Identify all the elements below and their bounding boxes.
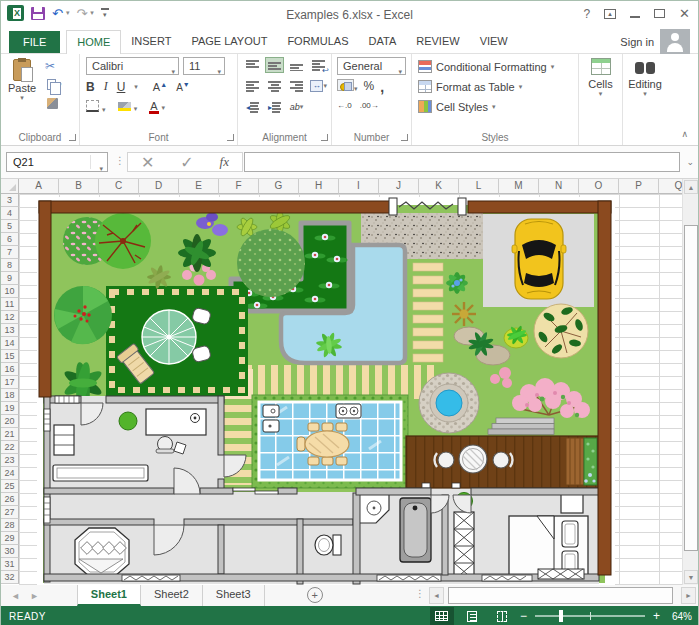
column-header-L[interactable]: L	[459, 179, 499, 194]
increase-indent-button[interactable]: ▸	[265, 99, 284, 115]
formula-input[interactable]	[244, 152, 680, 172]
row-header-16[interactable]: 16	[1, 363, 19, 376]
new-sheet-button[interactable]: +	[307, 587, 323, 603]
column-header-F[interactable]: F	[219, 179, 259, 194]
insert-function-icon[interactable]: fx	[220, 154, 229, 170]
wrap-text-button[interactable]: ↩	[309, 57, 328, 73]
maximize-icon[interactable]	[654, 9, 665, 18]
zoom-slider[interactable]	[535, 615, 645, 617]
row-header-29[interactable]: 29	[1, 532, 19, 545]
decrease-indent-button[interactable]: ◂	[243, 99, 262, 115]
alignment-dialog-launcher-icon[interactable]	[321, 134, 328, 141]
row-header-5[interactable]: 5	[1, 220, 19, 233]
zoom-in-button[interactable]: +	[653, 610, 660, 622]
scroll-left-icon[interactable]: ◄	[429, 587, 444, 604]
column-header-P[interactable]: P	[619, 179, 659, 194]
underline-dropdown-icon[interactable]: ▾	[134, 83, 138, 91]
row-header-19[interactable]: 19	[1, 402, 19, 415]
underline-button[interactable]: U	[117, 80, 126, 94]
sign-in-link[interactable]: Sign in	[620, 36, 654, 48]
conditional-formatting-button[interactable]: Conditional Formatting▾	[418, 58, 554, 75]
borders-button[interactable]: ▾	[86, 100, 106, 114]
bold-button[interactable]: B	[86, 80, 95, 94]
row-header-27[interactable]: 27	[1, 506, 19, 519]
horizontal-scrollbar-thumb[interactable]	[448, 587, 673, 604]
collapse-ribbon-icon[interactable]: ∧	[681, 129, 688, 139]
avatar[interactable]	[660, 29, 690, 54]
column-header-D[interactable]: D	[139, 179, 179, 194]
row-header-9[interactable]: 9	[1, 272, 19, 285]
row-header-11[interactable]: 11	[1, 298, 19, 311]
increase-font-size-button[interactable]: A▲	[153, 81, 167, 93]
row-header-12[interactable]: 12	[1, 311, 19, 324]
minimize-icon[interactable]	[630, 9, 640, 18]
column-header-A[interactable]: A	[19, 179, 59, 194]
align-right-button[interactable]	[287, 78, 306, 94]
select-all-corner[interactable]	[1, 179, 19, 194]
ribbon-tab-view[interactable]: VIEW	[470, 30, 518, 53]
row-header-28[interactable]: 28	[1, 519, 19, 532]
decrease-decimal-button[interactable]: .00→	[360, 101, 379, 110]
row-header-18[interactable]: 18	[1, 389, 19, 402]
sheet-nav-right-icon[interactable]: ►	[30, 591, 39, 601]
row-header-7[interactable]: 7	[1, 246, 19, 259]
column-header-O[interactable]: O	[579, 179, 619, 194]
column-header-N[interactable]: N	[539, 179, 579, 194]
percent-style-button[interactable]: %	[364, 79, 375, 95]
cell-styles-button[interactable]: Cell Styles▾	[418, 98, 495, 115]
garden-floor-plan-drawing[interactable]	[37, 197, 615, 585]
increase-decimal-button[interactable]: ←.0	[337, 101, 352, 110]
row-header-31[interactable]: 31	[1, 558, 19, 571]
align-left-button[interactable]	[243, 78, 262, 94]
row-header-17[interactable]: 17	[1, 376, 19, 389]
number-dialog-launcher-icon[interactable]	[401, 134, 408, 141]
tab-file[interactable]: FILE	[9, 31, 60, 53]
merge-center-button[interactable]: ↔▾	[309, 78, 328, 94]
row-header-32[interactable]: 32	[1, 571, 19, 584]
row-header-6[interactable]: 6	[1, 233, 19, 246]
row-header-30[interactable]: 30	[1, 545, 19, 558]
row-header-21[interactable]: 21	[1, 428, 19, 441]
accounting-format-button[interactable]: ▾	[337, 79, 358, 95]
cancel-icon[interactable]: ✕	[141, 153, 154, 172]
column-header-K[interactable]: K	[419, 179, 459, 194]
name-box[interactable]: Q21▾	[6, 152, 108, 172]
fill-color-button[interactable]: ▾	[118, 101, 138, 113]
column-header-B[interactable]: B	[59, 179, 99, 194]
number-format-select[interactable]: General▾	[337, 57, 406, 75]
font-dialog-launcher-icon[interactable]	[227, 134, 234, 141]
close-icon[interactable]: ✕	[679, 6, 690, 21]
row-header-23[interactable]: 23	[1, 454, 19, 467]
ribbon-tab-data[interactable]: DATA	[359, 30, 407, 53]
italic-button[interactable]: I	[104, 79, 108, 94]
font-size-select[interactable]: 11▾	[183, 57, 225, 75]
zoom-level[interactable]: 64%	[666, 611, 692, 622]
row-header-8[interactable]: 8	[1, 259, 19, 272]
column-header-J[interactable]: J	[379, 179, 419, 194]
expand-formula-bar-icon[interactable]: ⌄	[686, 157, 694, 167]
row-header-14[interactable]: 14	[1, 337, 19, 350]
format-as-table-button[interactable]: Format as Table▾	[418, 78, 522, 95]
align-bottom-button[interactable]	[287, 57, 306, 73]
align-top-button[interactable]	[243, 57, 262, 73]
clipboard-dialog-launcher-icon[interactable]	[69, 134, 76, 141]
column-header-I[interactable]: I	[339, 179, 379, 194]
row-header-10[interactable]: 10	[1, 285, 19, 298]
row-header-26[interactable]: 26	[1, 493, 19, 506]
comma-style-button[interactable]: ,	[380, 79, 384, 95]
horizontal-scrollbar[interactable]: ◄ ►	[429, 587, 696, 604]
sheet-tab-sheet2[interactable]: Sheet2	[141, 585, 203, 606]
ribbon-tab-insert[interactable]: INSERT	[121, 30, 181, 53]
editing-button[interactable]: Editing ▾	[623, 58, 667, 98]
column-header-C[interactable]: C	[99, 179, 139, 194]
ribbon-tab-formulas[interactable]: FORMULAS	[277, 30, 358, 53]
align-middle-button[interactable]	[265, 57, 284, 73]
row-header-24[interactable]: 24	[1, 467, 19, 480]
sheet-bar-handle[interactable]: ⋮	[415, 588, 425, 599]
vertical-scrollbar[interactable]: ▲ ▼	[682, 179, 698, 585]
enter-icon[interactable]: ✓	[180, 153, 193, 172]
orientation-button[interactable]: ab▾	[287, 99, 306, 115]
cells-button[interactable]: Cells ▾	[579, 58, 622, 98]
column-header-E[interactable]: E	[179, 179, 219, 194]
row-header-3[interactable]: 3	[1, 194, 19, 207]
